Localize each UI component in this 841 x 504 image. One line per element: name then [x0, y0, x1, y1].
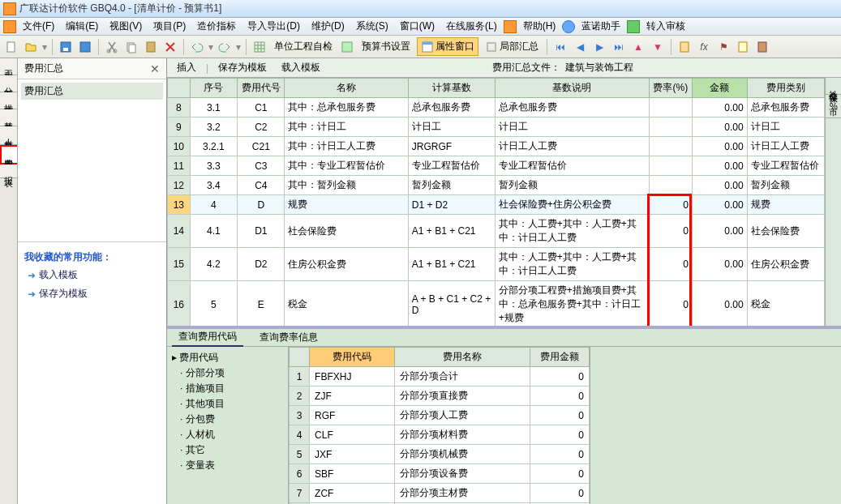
vtab-3[interactable]: 其他项目 [0, 109, 17, 126]
table-cell[interactable]: 计日工 [408, 117, 495, 137]
save-button[interactable] [58, 39, 74, 55]
fee-cell[interactable]: ZCF [310, 484, 395, 503]
unit-check-button[interactable]: 单位工程自检 [271, 38, 336, 55]
table-cell[interactable]: C1 [238, 98, 285, 117]
app-menu-icon[interactable] [3, 20, 16, 33]
table-cell[interactable]: 12 [168, 176, 191, 195]
property-window-button[interactable]: 属性窗口 [417, 37, 478, 56]
undo-button[interactable] [189, 39, 205, 55]
table-cell[interactable] [649, 176, 692, 195]
table-cell[interactable]: D2 [238, 248, 285, 281]
table-cell[interactable]: 住房公积金费 [285, 248, 408, 281]
table-cell[interactable]: 14 [168, 215, 191, 248]
menu-lano[interactable]: 蓝诺助手 [577, 18, 625, 35]
fee-col-header[interactable]: 费用金额 [530, 348, 589, 367]
tree-node[interactable]: · 其它 [170, 442, 285, 458]
menu-view[interactable]: 视图(V) [105, 18, 147, 35]
down-button[interactable]: ▼ [650, 39, 666, 55]
fav-save-template[interactable]: ➜保存为模板 [21, 284, 163, 303]
delete-button[interactable] [162, 39, 178, 55]
table-cell[interactable]: 16 [168, 281, 191, 327]
fee-cell[interactable]: 分部分项机械费 [394, 445, 530, 464]
table-cell[interactable]: 0.00 [692, 137, 747, 156]
budget-icon[interactable] [339, 39, 355, 55]
fee-cell[interactable]: 分部分项材料费 [394, 425, 530, 445]
table-cell[interactable]: 其中：计日工人工费 [285, 137, 408, 156]
table-cell[interactable]: 0 [649, 248, 692, 281]
menu-project[interactable]: 项目(P) [148, 18, 191, 35]
vtab-2[interactable]: 措施项目 [0, 92, 17, 109]
table-cell[interactable]: 8 [168, 98, 191, 117]
table-cell[interactable]: 0.00 [692, 156, 747, 176]
tab-fee-code[interactable]: 查询费用代码 [172, 328, 243, 347]
col-header[interactable]: 金额 [692, 79, 747, 98]
table-cell[interactable]: 计日工 [495, 117, 649, 137]
table-cell[interactable]: 4.1 [190, 215, 238, 248]
vtab-1[interactable]: 分部分项 [0, 75, 17, 92]
col-header[interactable]: 序号 [190, 79, 238, 98]
calc-button[interactable] [676, 39, 693, 55]
table-cell[interactable]: 0.00 [692, 281, 747, 327]
table-cell[interactable]: C21 [238, 137, 285, 156]
col-header[interactable]: 名称 [285, 79, 408, 98]
table-cell[interactable]: 总承包服务费 [408, 98, 495, 117]
table-cell[interactable]: 其中：专业工程暂估价 [285, 156, 408, 176]
table-cell[interactable]: 专业工程暂估价 [495, 156, 649, 176]
col-header[interactable]: 费率(%) [649, 79, 692, 98]
table-cell[interactable]: 0.00 [692, 248, 747, 281]
table-cell[interactable]: 其中：人工费+其中：人工费+其中：计日工人工费 [495, 248, 649, 281]
fee-cell[interactable]: 0 [530, 367, 589, 387]
fee-cell[interactable]: 0 [530, 425, 589, 445]
tree-node[interactable]: · 其他项目 [170, 396, 285, 412]
local-sum-button[interactable]: 局部汇总 [482, 38, 542, 55]
fee-cell[interactable]: 0 [530, 464, 589, 484]
book-button[interactable] [754, 39, 770, 55]
menu-window[interactable]: 窗口(W) [395, 18, 440, 35]
table-cell[interactable]: 计日工 [747, 117, 824, 137]
col-header[interactable]: 费用类别 [747, 79, 824, 98]
tree-node[interactable]: · 分包费 [170, 412, 285, 427]
table-cell[interactable] [649, 137, 692, 156]
table-cell[interactable]: 规费 [285, 195, 408, 215]
right-tab-0[interactable]: 社会金保 [826, 78, 841, 95]
copy-button[interactable] [123, 39, 139, 55]
table-cell[interactable]: 0 [649, 195, 692, 215]
table-cell[interactable]: 规费 [747, 195, 824, 215]
tab-rate-info[interactable]: 查询费率信息 [253, 329, 324, 346]
fee-cell[interactable]: SBF [310, 464, 395, 484]
menu-edit[interactable]: 编辑(E) [61, 18, 103, 35]
fee-cell[interactable]: 4 [290, 425, 310, 445]
table-cell[interactable]: E [238, 281, 285, 327]
vtab-6[interactable]: 报表 [0, 164, 17, 178]
menu-costindex[interactable]: 造价指标 [192, 18, 241, 35]
paste-button[interactable] [143, 39, 159, 55]
table-cell[interactable]: 社会保险费 [747, 215, 824, 248]
fee-cell[interactable]: 分部分项人工费 [394, 406, 530, 425]
table-cell[interactable]: 暂列金额 [408, 176, 495, 195]
menu-file[interactable]: 文件(F) [18, 18, 59, 35]
tree-fee-summary[interactable]: 费用汇总 [21, 83, 163, 100]
tree-node[interactable]: · 人材机 [170, 427, 285, 442]
table-cell[interactable]: 其中：计日工 [285, 117, 408, 137]
table-cell[interactable]: 0 [649, 281, 692, 327]
right-tab-1[interactable]: 市% [826, 95, 841, 118]
tree-node[interactable]: · 措施项目 [170, 381, 285, 396]
table-cell[interactable]: D1 + D2 [408, 195, 495, 215]
last-button[interactable]: ⏭ [611, 39, 627, 55]
col-header[interactable]: 费用代号 [238, 79, 285, 98]
close-icon[interactable]: ✕ [150, 62, 160, 75]
menu-audit[interactable]: 转入审核 [641, 18, 690, 35]
saveas-button[interactable] [77, 39, 93, 55]
menu-help[interactable]: 帮助(H) [518, 18, 561, 35]
table-cell[interactable]: 专业工程暂估价 [747, 156, 824, 176]
fee-cell[interactable]: JXF [310, 445, 395, 464]
menu-online[interactable]: 在线服务(L) [441, 18, 502, 35]
fee-cell[interactable]: FBFXHJ [310, 367, 395, 387]
vtab-5[interactable]: 费用汇总 [0, 145, 17, 164]
table-cell[interactable]: 社会保险费 [285, 215, 408, 248]
table-cell[interactable]: 0 [649, 215, 692, 248]
table-cell[interactable]: 总承包服务费 [747, 98, 824, 117]
fav-load-template[interactable]: ➜载入模板 [21, 266, 163, 284]
menu-importexport[interactable]: 导入导出(D) [242, 18, 305, 35]
table-cell[interactable]: 其中：暂列金额 [285, 176, 408, 195]
